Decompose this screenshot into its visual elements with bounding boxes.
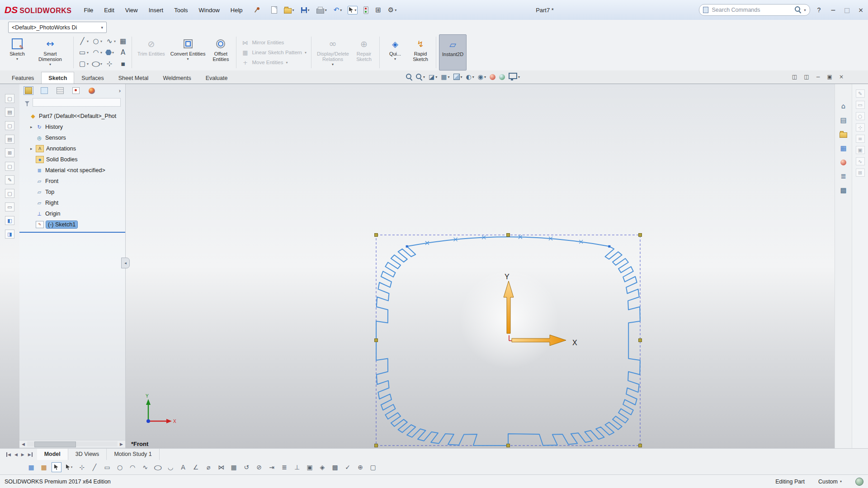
tree-item-sensors[interactable]: ▸ Sensors (19, 132, 125, 143)
search-icon[interactable] (795, 6, 801, 14)
scroll-right-icon[interactable]: ▶ (118, 442, 124, 446)
smart-dimension-button[interactable]: Smart Dimension (30, 34, 71, 70)
move-entities-button[interactable]: +Move Entities (241, 58, 307, 67)
zoom-to-area-icon[interactable] (416, 74, 425, 80)
circle-tool-icon[interactable]: ○ (91, 36, 103, 47)
appearances-icon[interactable] (838, 157, 849, 167)
configuration-dropdown[interactable]: <Default>_PhotoWorks Di ▾ (8, 22, 107, 33)
tree-item-history[interactable]: ▸ History (19, 122, 125, 132)
search-input[interactable] (711, 6, 793, 14)
select-cursor-icon[interactable] (348, 6, 358, 14)
pane-splitter[interactable] (19, 232, 125, 233)
search-dropdown-icon[interactable]: ▾ (804, 8, 806, 12)
featuremanager-tab[interactable] (24, 87, 33, 94)
search-scope-icon[interactable] (703, 7, 708, 13)
tree-item-solid-bodies[interactable]: ▸ Solid Bodies (19, 154, 125, 165)
tile-right-button[interactable]: ◫ (804, 74, 809, 80)
menu-view[interactable]: View (120, 5, 143, 16)
design-library-icon[interactable] (838, 129, 849, 139)
panel-strip-icon-5[interactable]: ⊞ (5, 148, 14, 157)
tree-item-top-plane[interactable]: ▸ Top (19, 187, 125, 197)
convert-entities-button[interactable]: Convert Entities (168, 34, 208, 70)
mirror-tool-icon[interactable]: ⋈ (216, 462, 226, 472)
mini-tool-icon-3[interactable]: ○ (856, 112, 865, 120)
help-button[interactable]: ? (817, 6, 821, 14)
collapse-panel-button[interactable]: ◂ (121, 258, 130, 268)
spline-tool-icon[interactable]: ∿ (104, 36, 117, 47)
custom-properties-icon[interactable]: ≣ (838, 171, 849, 181)
tab-features[interactable]: Features (5, 72, 41, 84)
slot-tool-icon[interactable]: ▢ (77, 58, 90, 70)
tree-item-front-plane[interactable]: ▸ Front (19, 176, 125, 187)
rectangle-tool-icon[interactable]: ▭ (102, 462, 112, 472)
zoom-to-fit-icon[interactable] (406, 74, 412, 80)
panel-strip-icon-7[interactable]: ✎ (5, 175, 14, 184)
scroll-left-icon[interactable]: ◀ (20, 442, 26, 446)
open-icon[interactable] (283, 6, 295, 14)
corner-rectangle-tool-icon[interactable]: ▭ (77, 47, 90, 58)
panel-strip-icon-1[interactable]: ▢ (5, 94, 14, 103)
next-tab-button[interactable]: ▶ (20, 452, 25, 457)
first-tab-button[interactable]: ◀ (6, 452, 12, 457)
close-doc-button[interactable]: × (839, 74, 844, 80)
fillet-tool-icon[interactable]: ◡ (165, 462, 175, 472)
menu-file[interactable]: File (79, 5, 98, 16)
print-icon[interactable] (316, 6, 328, 14)
viewport-canvas[interactable]: Y X Y X (126, 84, 835, 448)
dimxpertmanager-tab[interactable] (71, 87, 80, 94)
view-selector-icon[interactable]: ▦ (441, 73, 449, 80)
trim-tool-icon[interactable]: ⊘ (254, 462, 264, 472)
pin-icon[interactable] (254, 7, 259, 13)
section-view-icon[interactable]: ◪ (429, 73, 437, 80)
ellipse-tool-icon[interactable]: ○ (153, 462, 163, 472)
line-tool-icon[interactable]: ╱ (77, 36, 90, 47)
sheet-properties-icon[interactable]: ⊞ (374, 5, 382, 15)
relations-icon[interactable]: ⊥ (292, 462, 302, 472)
toolbox-icon[interactable]: ▦ (838, 143, 849, 153)
trim-entities-button[interactable]: Trim Entities (135, 34, 168, 70)
panel-strip-icon-2[interactable]: ▤ (5, 108, 14, 117)
grid-system-icon[interactable]: ▦ (26, 462, 36, 472)
line-tool-icon[interactable]: ╱ (90, 462, 99, 472)
close-button[interactable]: × (858, 6, 863, 14)
move-tool-icon[interactable]: ⊕ (355, 462, 365, 472)
extend-tool-icon[interactable]: ⇥ (267, 462, 277, 472)
globe-icon[interactable] (855, 478, 863, 486)
file-explorer-icon[interactable]: ▤ (838, 115, 849, 125)
spline-tool-icon[interactable]: ∿ (140, 462, 150, 472)
maximize-button[interactable]: □ (844, 6, 850, 14)
save-icon[interactable] (300, 6, 311, 14)
sketch-pattern-icon[interactable]: ▦ (118, 36, 128, 47)
panel-strip-icon-11[interactable]: ◨ (5, 230, 14, 239)
last-tab-button[interactable]: ▶ (27, 452, 33, 457)
tab-sketch[interactable]: Sketch (41, 72, 74, 84)
panel-strip-icon-9[interactable]: ▭ (5, 202, 14, 211)
arc-tool-icon[interactable]: ◠ (91, 47, 103, 58)
panel-horizontal-scrollbar[interactable]: ◀ ▶ (19, 440, 125, 447)
construction-geometry-icon[interactable]: ▪ (118, 58, 128, 70)
displaymanager-tab[interactable] (87, 87, 96, 94)
mini-tool-icon-5[interactable]: ≡ (856, 135, 865, 143)
tab-weldments[interactable]: Weldments (156, 72, 198, 84)
units-selector[interactable]: Custom ▾ (818, 479, 842, 485)
menu-insert[interactable]: Insert (144, 5, 169, 16)
select-tool-icon[interactable] (52, 462, 61, 472)
instant2d-button[interactable]: Instant2D (439, 34, 467, 70)
linear-sketch-pattern-button[interactable]: ▦Linear Sketch Pattern (241, 48, 307, 57)
tree-item-sketch1[interactable]: ▸ (-) Sketch1 (19, 219, 125, 230)
expand-toggle-icon[interactable]: ▸ (30, 146, 36, 151)
search-commands-box[interactable]: ▾ (699, 4, 810, 16)
linear-pattern-icon[interactable]: ▦ (229, 462, 239, 472)
tab-model[interactable]: Model (37, 449, 68, 460)
mini-tool-icon-8[interactable]: ⊞ (856, 169, 865, 177)
mini-tool-icon-1[interactable]: ✎ (856, 89, 865, 98)
check-sketch-icon[interactable]: ✓ (343, 462, 353, 472)
tree-item-origin[interactable]: ▸ Origin (19, 208, 125, 219)
edit-appearance-icon[interactable] (490, 74, 495, 80)
restore-doc-button[interactable]: ▣ (827, 74, 832, 80)
propertymanager-tab[interactable] (40, 87, 49, 94)
prev-tab-button[interactable]: ◀ (14, 452, 19, 457)
panel-strip-icon-6[interactable]: ▢ (5, 162, 14, 171)
lasso-select-icon[interactable] (64, 462, 74, 472)
view-settings-icon[interactable] (509, 73, 520, 81)
